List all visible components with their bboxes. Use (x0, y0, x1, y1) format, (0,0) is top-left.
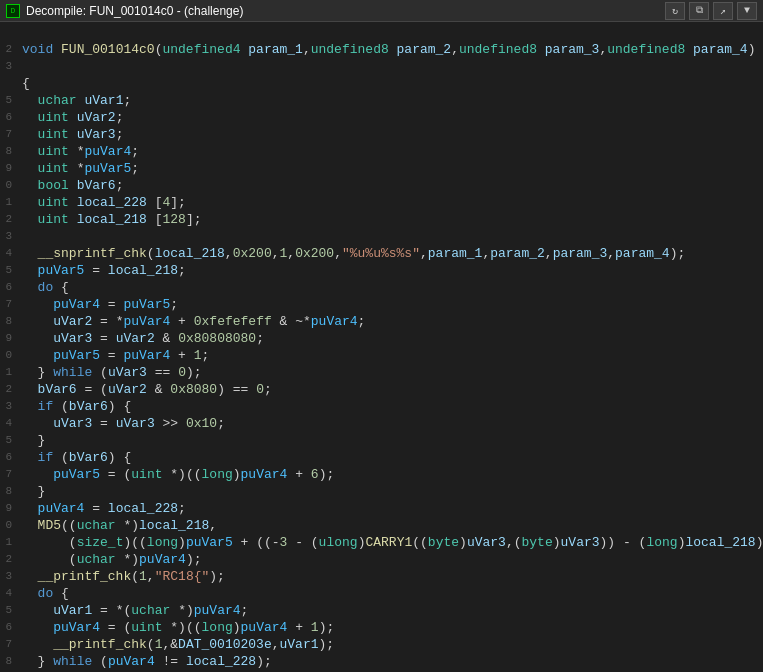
line-open-brace: { (0, 75, 763, 92)
decompile-icon: D (6, 4, 20, 18)
line-35: 5 uVar1 = *(uchar *)puVar4; (0, 602, 763, 619)
line-23: 3 if (bVar6) { (0, 398, 763, 415)
copy-button[interactable]: ⧉ (689, 2, 709, 20)
line-25: 5 } (0, 432, 763, 449)
line-8: 8 uint *puVar4; (0, 143, 763, 160)
refresh-button[interactable]: ↻ (665, 2, 685, 20)
line-7: 7 uint uVar3; (0, 126, 763, 143)
line-2: 2 void FUN_001014c0(undefined4 param_1,u… (0, 41, 763, 58)
code-area[interactable]: 2 void FUN_001014c0(undefined4 param_1,u… (0, 22, 763, 672)
line-38: 8 } while (puVar4 != local_228); (0, 653, 763, 670)
line-34: 4 do { (0, 585, 763, 602)
line-24: 4 uVar3 = uVar3 >> 0x10; (0, 415, 763, 432)
line-18: 8 uVar2 = *puVar4 + 0xfefefeff & ~*puVar… (0, 313, 763, 330)
line-9: 9 uint *puVar5; (0, 160, 763, 177)
line-21: 1 } while (uVar3 == 0); (0, 364, 763, 381)
titlebar: D Decompile: FUN_001014c0 - (challenge) … (0, 0, 763, 22)
line-13: 3 (0, 228, 763, 245)
line-5: 5 uchar uVar1; (0, 92, 763, 109)
line-31: 1 (size_t)((long)puVar5 + ((-3 - (ulong)… (0, 534, 763, 551)
line-28: 8 } (0, 483, 763, 500)
export-button[interactable]: ↗ (713, 2, 733, 20)
line-19: 9 uVar3 = uVar2 & 0x80808080; (0, 330, 763, 347)
line-14: 4 __snprintf_chk(local_218,0x200,1,0x200… (0, 245, 763, 262)
line-20: 0 puVar5 = puVar4 + 1; (0, 347, 763, 364)
line-12: 2 uint local_218 [128]; (0, 211, 763, 228)
titlebar-left: D Decompile: FUN_001014c0 - (challenge) (6, 4, 243, 18)
line-36: 6 puVar4 = (uint *)((long)puVar4 + 1); (0, 619, 763, 636)
line-32: 2 (uchar *)puVar4); (0, 551, 763, 568)
line-17: 7 puVar4 = puVar5; (0, 296, 763, 313)
line-1 (0, 24, 763, 41)
line-27: 7 puVar5 = (uint *)((long)puVar4 + 6); (0, 466, 763, 483)
line-22: 2 bVar6 = (uVar2 & 0x8080) == 0; (0, 381, 763, 398)
menu-button[interactable]: ▼ (737, 2, 757, 20)
line-30: 0 MD5((uchar *)local_218, (0, 517, 763, 534)
line-37: 7 __printf_chk(1,&DAT_0010203e,uVar1); (0, 636, 763, 653)
line-10: 0 bool bVar6; (0, 177, 763, 194)
line-15: 5 puVar5 = local_218; (0, 262, 763, 279)
line-29: 9 puVar4 = local_228; (0, 500, 763, 517)
toolbar-buttons: ↻ ⧉ ↗ ▼ (665, 2, 757, 20)
line-16: 6 do { (0, 279, 763, 296)
line-6: 6 uint uVar2; (0, 109, 763, 126)
line-11: 1 uint local_228 [4]; (0, 194, 763, 211)
line-33: 3 __printf_chk(1,"RC18{"); (0, 568, 763, 585)
line-3: 3 (0, 58, 763, 75)
titlebar-title: Decompile: FUN_001014c0 - (challenge) (26, 4, 243, 18)
line-26: 6 if (bVar6) { (0, 449, 763, 466)
